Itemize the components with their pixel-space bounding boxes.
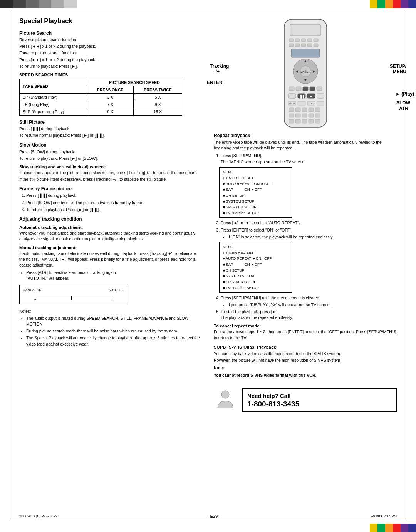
svg-rect-37 xyxy=(289,108,294,112)
svg-rect-25 xyxy=(288,94,296,98)
main-content: Special Playback Picture Search Reverse … xyxy=(19,17,397,515)
list-item: Press [SETUP/MENU].The "MENU" screen app… xyxy=(221,153,397,164)
repeat-playback-section: Repeat playback The entire video tape wi… xyxy=(214,133,397,412)
page-container: Special Playback Picture Search Reverse … xyxy=(0,0,416,532)
svg-point-53 xyxy=(221,391,229,398)
list-item: Press [SETUP/MENU] until the menu screen… xyxy=(221,295,397,308)
svg-text:►: ► xyxy=(312,69,316,74)
speed-lp-twice: 9 X xyxy=(134,101,182,108)
bottom-bar xyxy=(370,524,416,532)
sqpb-line2: However, the picture will not have the h… xyxy=(214,357,397,363)
speed-slp: SLP (Super Long Play) xyxy=(20,108,87,116)
cancel-repeat-title: To cancel repeat mode: xyxy=(214,324,397,328)
menu-box-line: MENU xyxy=(223,244,289,250)
top-bar xyxy=(0,0,416,8)
pic-search-line2: Press [◄◄] x 1 or x 2 during the playbac… xyxy=(19,44,200,49)
menu-box-line: MENU xyxy=(223,169,289,175)
slow-tracking-title: Slow tracking and vertical lock adjustme… xyxy=(19,164,200,169)
svg-rect-45 xyxy=(309,114,314,117)
repeat-steps-list: Press [SETUP/MENU].The "MENU" screen app… xyxy=(214,153,397,164)
svg-rect-42 xyxy=(289,114,294,117)
menu-box-line: ■ SYSTEM SETUP xyxy=(223,273,289,279)
svg-rect-48 xyxy=(295,119,300,123)
adjust-tracking-title: Adjusting tracking condition xyxy=(19,216,200,222)
page-footer: 2B80201A [E] P27-37 29 -E29- 24/2/03, 7:… xyxy=(19,514,397,519)
svg-rect-5 xyxy=(307,39,312,42)
speed-sp-twice: 5 X xyxy=(134,94,182,101)
notes-list: The audio output is muted during SPEED S… xyxy=(19,316,200,347)
svg-rect-20 xyxy=(289,87,294,91)
bottom-color-yellow xyxy=(370,524,377,532)
table-header-tape-speed: TAPE SPEED xyxy=(20,79,87,94)
list-item: Press [▲] or [▼] to select "AUTO REPEAT"… xyxy=(221,220,397,226)
bottom-color-green xyxy=(377,524,385,532)
sqpb-title: SQPB (S-VHS Quasi Playback) xyxy=(214,345,397,349)
svg-rect-11 xyxy=(314,44,318,47)
svg-rect-23 xyxy=(310,87,315,91)
svg-rect-8 xyxy=(295,44,300,47)
need-help-content: Need help? Call 1-800-813-3435 xyxy=(247,392,299,408)
cancel-repeat-text: Follow the above steps 1 ~ 2, then press… xyxy=(214,329,397,341)
slow-line1: Press [SLOW] during playback. xyxy=(19,149,200,155)
still-line1: Press [❚❚] during playback. xyxy=(19,126,200,132)
page-border-top xyxy=(12,12,404,12)
svg-rect-4 xyxy=(301,39,306,42)
speed-table: TAPE SPEED PICTURE SEARCH SPEED PRESS ON… xyxy=(19,79,182,116)
speed-lp-once: 7 X xyxy=(87,101,134,108)
color-seg-purple xyxy=(401,0,408,8)
svg-text:ATR: ATR xyxy=(311,102,315,105)
svg-rect-39 xyxy=(302,108,307,112)
repeat-steps-list-2: Press [▲] or [▼] to select "AUTO REPEAT"… xyxy=(214,220,397,240)
svg-rect-40 xyxy=(309,108,314,112)
svg-rect-10 xyxy=(307,44,312,47)
top-bar-right xyxy=(370,0,416,8)
menu-box-line: ■ SPEAKER SETUP xyxy=(223,279,289,285)
page-border-right xyxy=(404,12,404,520)
manual-tr-label: MANUAL TR. xyxy=(23,288,42,292)
note-bold-label: Note: xyxy=(214,365,397,371)
auto-tracking-text: Whenever you insert a tape and start pla… xyxy=(19,230,200,242)
svg-rect-51 xyxy=(315,119,320,123)
auto-tr-label: AUTO TR. xyxy=(109,288,124,292)
menu-box-line: ■ SPEAKER SETUP xyxy=(223,204,289,210)
slow-track-line1: If noise bars appear in the picture duri… xyxy=(19,170,200,176)
menu-box-line: ■ SYSTEM SETUP xyxy=(223,198,289,204)
svg-text:►: ► xyxy=(310,95,313,98)
bar-seg-4 xyxy=(39,0,51,8)
bottom-color-red xyxy=(393,524,401,532)
svg-rect-47 xyxy=(289,119,294,123)
sqpb-line1: You can play back video cassette tapes r… xyxy=(214,351,397,357)
bottom-color-orange xyxy=(385,524,393,532)
still-picture-title: Still Picture xyxy=(19,119,200,125)
still-line2: To resume normal playback: Press [►] or … xyxy=(19,133,200,138)
slow-track-line2: If the still picture jitters excessively… xyxy=(19,176,200,182)
speed-slp-twice: 15 X xyxy=(134,108,182,116)
svg-rect-3 xyxy=(295,39,300,42)
page-number: -E29- xyxy=(209,514,219,519)
repeat-playback-title: Repeat playback xyxy=(214,133,397,138)
speed-search-label: SPEED SEARCH TIMES xyxy=(19,72,200,77)
pic-search-line4: Press [►►] x 1 or x 2 during the playbac… xyxy=(19,57,200,63)
bar-seg-5 xyxy=(51,0,64,8)
table-header-press-once: PRESS ONCE xyxy=(87,86,134,94)
table-header-press-twice: PRESS TWICE xyxy=(134,86,182,94)
menu-box-line: ● AUTO REPEAT ON ►OFF xyxy=(223,181,289,186)
slow-motion-title: Slow Motion xyxy=(19,143,200,148)
svg-rect-43 xyxy=(295,114,300,117)
tracking-slider xyxy=(71,296,72,300)
svg-text:SLOW: SLOW xyxy=(289,102,295,105)
speed-sp-once: 3 X xyxy=(87,94,134,101)
top-bar-left xyxy=(0,0,77,8)
manual-tracking-text: If automatic tracking cannot eliminate n… xyxy=(19,251,200,269)
page-border-left xyxy=(12,12,12,520)
repeat-steps-list-3: Press [SETUP/MENU] until the menu screen… xyxy=(214,295,397,321)
svg-rect-32 xyxy=(298,101,305,105)
bottom-color-blue xyxy=(408,524,416,532)
list-item: If you press [DISPLAY], "⟳" will appear … xyxy=(228,302,397,308)
help-person-svg xyxy=(214,389,237,412)
label-atr: ATR xyxy=(399,106,408,111)
label-setup-menu: SETUP/ MENU xyxy=(390,64,406,74)
svg-rect-34 xyxy=(317,101,324,105)
menu-box-line: ■ SAP ON ►OFF xyxy=(223,186,289,192)
manual-tracking-title: Manual tracking adjustment: xyxy=(19,245,200,250)
